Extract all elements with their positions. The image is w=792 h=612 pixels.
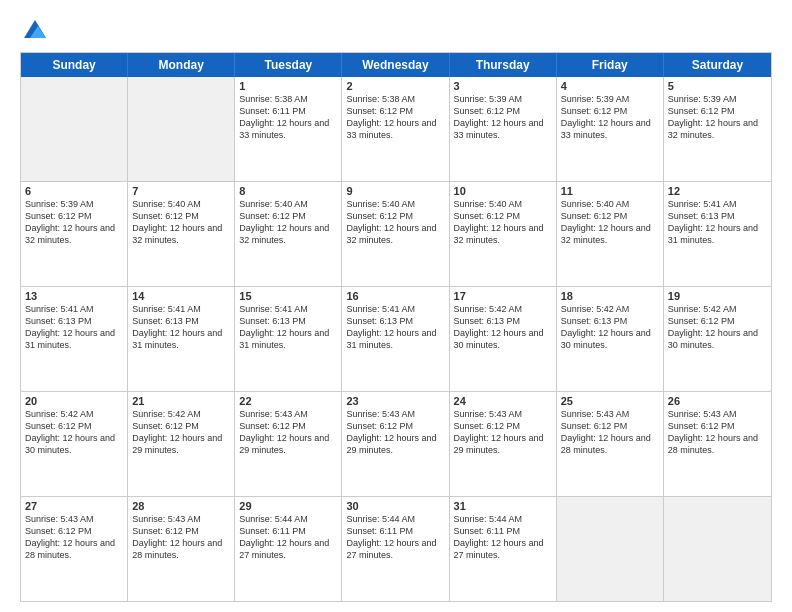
day-info: Sunrise: 5:42 AM Sunset: 6:13 PM Dayligh…: [561, 303, 659, 352]
day-info: Sunrise: 5:42 AM Sunset: 6:12 PM Dayligh…: [25, 408, 123, 457]
day-info: Sunrise: 5:44 AM Sunset: 6:11 PM Dayligh…: [346, 513, 444, 562]
day-number: 13: [25, 290, 123, 302]
day-info: Sunrise: 5:39 AM Sunset: 6:12 PM Dayligh…: [561, 93, 659, 142]
day-number: 14: [132, 290, 230, 302]
day-info: Sunrise: 5:38 AM Sunset: 6:11 PM Dayligh…: [239, 93, 337, 142]
calendar-day-13: 13Sunrise: 5:41 AM Sunset: 6:13 PM Dayli…: [21, 287, 128, 391]
day-number: 10: [454, 185, 552, 197]
calendar-day-9: 9Sunrise: 5:40 AM Sunset: 6:12 PM Daylig…: [342, 182, 449, 286]
day-info: Sunrise: 5:43 AM Sunset: 6:12 PM Dayligh…: [454, 408, 552, 457]
day-info: Sunrise: 5:41 AM Sunset: 6:13 PM Dayligh…: [239, 303, 337, 352]
day-number: 16: [346, 290, 444, 302]
day-number: 4: [561, 80, 659, 92]
logo-icon: [20, 16, 50, 46]
day-number: 27: [25, 500, 123, 512]
calendar-day-16: 16Sunrise: 5:41 AM Sunset: 6:13 PM Dayli…: [342, 287, 449, 391]
day-number: 7: [132, 185, 230, 197]
calendar-day-10: 10Sunrise: 5:40 AM Sunset: 6:12 PM Dayli…: [450, 182, 557, 286]
calendar-day-29: 29Sunrise: 5:44 AM Sunset: 6:11 PM Dayli…: [235, 497, 342, 601]
day-number: 6: [25, 185, 123, 197]
calendar-day-1: 1Sunrise: 5:38 AM Sunset: 6:11 PM Daylig…: [235, 77, 342, 181]
calendar-day-15: 15Sunrise: 5:41 AM Sunset: 6:13 PM Dayli…: [235, 287, 342, 391]
calendar-day-26: 26Sunrise: 5:43 AM Sunset: 6:12 PM Dayli…: [664, 392, 771, 496]
calendar-day-6: 6Sunrise: 5:39 AM Sunset: 6:12 PM Daylig…: [21, 182, 128, 286]
calendar-body: 1Sunrise: 5:38 AM Sunset: 6:11 PM Daylig…: [21, 77, 771, 601]
day-number: 28: [132, 500, 230, 512]
day-info: Sunrise: 5:41 AM Sunset: 6:13 PM Dayligh…: [25, 303, 123, 352]
day-info: Sunrise: 5:42 AM Sunset: 6:12 PM Dayligh…: [668, 303, 767, 352]
calendar-day-11: 11Sunrise: 5:40 AM Sunset: 6:12 PM Dayli…: [557, 182, 664, 286]
calendar-week-3: 13Sunrise: 5:41 AM Sunset: 6:13 PM Dayli…: [21, 287, 771, 392]
day-number: 2: [346, 80, 444, 92]
day-number: 23: [346, 395, 444, 407]
day-info: Sunrise: 5:43 AM Sunset: 6:12 PM Dayligh…: [561, 408, 659, 457]
calendar-week-4: 20Sunrise: 5:42 AM Sunset: 6:12 PM Dayli…: [21, 392, 771, 497]
day-number: 22: [239, 395, 337, 407]
day-info: Sunrise: 5:40 AM Sunset: 6:12 PM Dayligh…: [132, 198, 230, 247]
calendar-week-5: 27Sunrise: 5:43 AM Sunset: 6:12 PM Dayli…: [21, 497, 771, 601]
calendar-day-18: 18Sunrise: 5:42 AM Sunset: 6:13 PM Dayli…: [557, 287, 664, 391]
calendar-day-17: 17Sunrise: 5:42 AM Sunset: 6:13 PM Dayli…: [450, 287, 557, 391]
day-info: Sunrise: 5:40 AM Sunset: 6:12 PM Dayligh…: [239, 198, 337, 247]
day-info: Sunrise: 5:39 AM Sunset: 6:12 PM Dayligh…: [25, 198, 123, 247]
calendar-header-saturday: Saturday: [664, 53, 771, 77]
calendar-day-31: 31Sunrise: 5:44 AM Sunset: 6:11 PM Dayli…: [450, 497, 557, 601]
day-info: Sunrise: 5:44 AM Sunset: 6:11 PM Dayligh…: [454, 513, 552, 562]
calendar-day-30: 30Sunrise: 5:44 AM Sunset: 6:11 PM Dayli…: [342, 497, 449, 601]
calendar-day-4: 4Sunrise: 5:39 AM Sunset: 6:12 PM Daylig…: [557, 77, 664, 181]
calendar-day-14: 14Sunrise: 5:41 AM Sunset: 6:13 PM Dayli…: [128, 287, 235, 391]
day-number: 9: [346, 185, 444, 197]
logo: [20, 16, 52, 46]
day-number: 21: [132, 395, 230, 407]
calendar-day-19: 19Sunrise: 5:42 AM Sunset: 6:12 PM Dayli…: [664, 287, 771, 391]
calendar-day-28: 28Sunrise: 5:43 AM Sunset: 6:12 PM Dayli…: [128, 497, 235, 601]
calendar-header-friday: Friday: [557, 53, 664, 77]
day-number: 3: [454, 80, 552, 92]
day-number: 1: [239, 80, 337, 92]
day-number: 8: [239, 185, 337, 197]
calendar-day-5: 5Sunrise: 5:39 AM Sunset: 6:12 PM Daylig…: [664, 77, 771, 181]
calendar-empty-cell: [21, 77, 128, 181]
calendar-day-24: 24Sunrise: 5:43 AM Sunset: 6:12 PM Dayli…: [450, 392, 557, 496]
calendar-day-21: 21Sunrise: 5:42 AM Sunset: 6:12 PM Dayli…: [128, 392, 235, 496]
day-info: Sunrise: 5:40 AM Sunset: 6:12 PM Dayligh…: [346, 198, 444, 247]
calendar-header-tuesday: Tuesday: [235, 53, 342, 77]
calendar-week-2: 6Sunrise: 5:39 AM Sunset: 6:12 PM Daylig…: [21, 182, 771, 287]
day-number: 17: [454, 290, 552, 302]
day-number: 11: [561, 185, 659, 197]
day-info: Sunrise: 5:43 AM Sunset: 6:12 PM Dayligh…: [239, 408, 337, 457]
day-info: Sunrise: 5:44 AM Sunset: 6:11 PM Dayligh…: [239, 513, 337, 562]
day-number: 31: [454, 500, 552, 512]
calendar-day-2: 2Sunrise: 5:38 AM Sunset: 6:12 PM Daylig…: [342, 77, 449, 181]
calendar-day-23: 23Sunrise: 5:43 AM Sunset: 6:12 PM Dayli…: [342, 392, 449, 496]
calendar-empty-cell: [557, 497, 664, 601]
day-info: Sunrise: 5:42 AM Sunset: 6:13 PM Dayligh…: [454, 303, 552, 352]
day-info: Sunrise: 5:43 AM Sunset: 6:12 PM Dayligh…: [25, 513, 123, 562]
calendar-header-wednesday: Wednesday: [342, 53, 449, 77]
day-info: Sunrise: 5:41 AM Sunset: 6:13 PM Dayligh…: [132, 303, 230, 352]
day-info: Sunrise: 5:41 AM Sunset: 6:13 PM Dayligh…: [668, 198, 767, 247]
calendar-day-12: 12Sunrise: 5:41 AM Sunset: 6:13 PM Dayli…: [664, 182, 771, 286]
day-number: 29: [239, 500, 337, 512]
calendar-header-sunday: Sunday: [21, 53, 128, 77]
day-info: Sunrise: 5:38 AM Sunset: 6:12 PM Dayligh…: [346, 93, 444, 142]
calendar-day-27: 27Sunrise: 5:43 AM Sunset: 6:12 PM Dayli…: [21, 497, 128, 601]
page: SundayMondayTuesdayWednesdayThursdayFrid…: [0, 0, 792, 612]
day-number: 26: [668, 395, 767, 407]
calendar-week-1: 1Sunrise: 5:38 AM Sunset: 6:11 PM Daylig…: [21, 77, 771, 182]
calendar-header-thursday: Thursday: [450, 53, 557, 77]
day-number: 12: [668, 185, 767, 197]
day-info: Sunrise: 5:43 AM Sunset: 6:12 PM Dayligh…: [132, 513, 230, 562]
day-number: 5: [668, 80, 767, 92]
day-number: 24: [454, 395, 552, 407]
day-info: Sunrise: 5:42 AM Sunset: 6:12 PM Dayligh…: [132, 408, 230, 457]
day-info: Sunrise: 5:39 AM Sunset: 6:12 PM Dayligh…: [668, 93, 767, 142]
day-number: 20: [25, 395, 123, 407]
day-number: 25: [561, 395, 659, 407]
day-number: 15: [239, 290, 337, 302]
day-info: Sunrise: 5:41 AM Sunset: 6:13 PM Dayligh…: [346, 303, 444, 352]
header: [20, 16, 772, 46]
calendar-day-7: 7Sunrise: 5:40 AM Sunset: 6:12 PM Daylig…: [128, 182, 235, 286]
calendar-day-3: 3Sunrise: 5:39 AM Sunset: 6:12 PM Daylig…: [450, 77, 557, 181]
calendar-header-monday: Monday: [128, 53, 235, 77]
